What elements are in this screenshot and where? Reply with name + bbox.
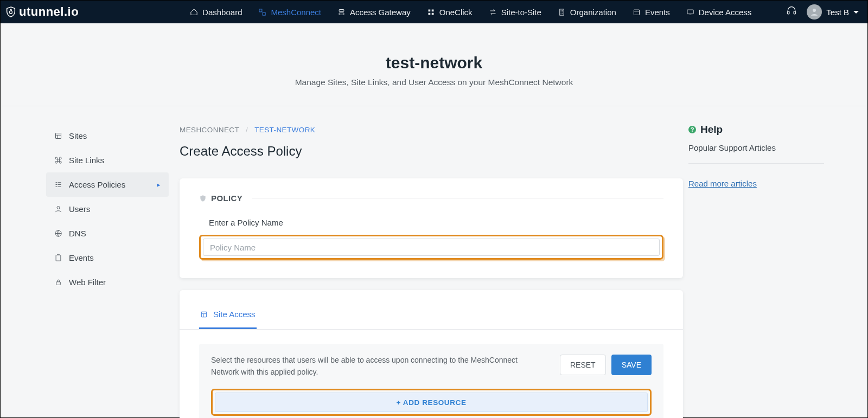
building-icon [558, 8, 566, 16]
nav-dashboard[interactable]: Dashboard [182, 1, 250, 23]
nav-events[interactable]: Events [624, 1, 678, 23]
nav-organization-label: Organization [570, 8, 616, 17]
policy-heading: POLICY [211, 194, 242, 203]
main-content: MESHCONNECT / TEST-NETWORK Create Access… [180, 124, 688, 418]
save-button[interactable]: SAVE [611, 355, 652, 375]
svg-point-14 [813, 9, 816, 12]
svg-rect-7 [428, 12, 430, 15]
help-heading: Help [700, 124, 723, 136]
add-resource-button[interactable]: + ADD RESOURCE [215, 393, 648, 412]
sidebar-item-label: Access Policies [69, 180, 125, 189]
nav-organization[interactable]: Organization [550, 1, 624, 23]
nav-device-access[interactable]: Device Access [678, 1, 760, 23]
add-resource-row: + ADD RESOURCE [211, 389, 652, 416]
tab-site-access-label: Site Access [213, 310, 256, 319]
grid-icon [427, 8, 435, 16]
policy-card: POLICY Enter a Policy Name [180, 178, 683, 278]
breadcrumb-current[interactable]: TEST-NETWORK [254, 126, 315, 134]
nav-right: Test B [786, 4, 859, 20]
svg-rect-3 [339, 9, 344, 11]
svg-point-16 [57, 207, 60, 209]
mesh-icon [258, 8, 266, 16]
chevron-down-icon [853, 11, 859, 16]
svg-rect-11 [687, 10, 693, 14]
user-icon [54, 205, 62, 213]
user-menu[interactable]: Test B [807, 4, 859, 20]
svg-rect-4 [339, 12, 344, 15]
calendar-icon [633, 8, 641, 16]
sidebar-item-users[interactable]: Users [46, 197, 169, 221]
policy-name-highlight [199, 235, 663, 260]
sidebar-item-events[interactable]: Events [46, 246, 169, 270]
svg-rect-15 [56, 133, 61, 139]
nav-center: Dashboard MeshConnect Access Gateway One… [182, 1, 760, 23]
resource-help-text: Select the resources that users will be … [211, 355, 547, 378]
sidebar-item-access-policies[interactable]: Access Policies ▸ [46, 172, 169, 197]
help-read-more-link[interactable]: Read more articles [688, 179, 824, 188]
svg-rect-18 [56, 255, 61, 261]
sidebar-item-label: DNS [69, 229, 86, 238]
layout-icon [54, 132, 62, 140]
nav-oneclick-label: OneClick [439, 8, 473, 17]
nav-meshconnect-label: MeshConnect [271, 8, 321, 17]
chevron-right-icon: ▸ [157, 181, 161, 189]
shield-lock-icon [5, 6, 17, 18]
nav-dashboard-label: Dashboard [202, 8, 242, 17]
sidebar-item-label: Sites [69, 131, 87, 140]
layout-icon [200, 311, 208, 318]
clipboard-icon [54, 254, 62, 262]
svg-rect-1 [259, 9, 262, 11]
sidebar-item-dns[interactable]: DNS [46, 221, 169, 246]
svg-rect-5 [428, 9, 430, 11]
shield-icon [199, 195, 207, 202]
sidebar-item-web-filter[interactable]: Web Filter [46, 270, 169, 294]
sidebar: Sites Site Links Access Policies ▸ Users… [1, 124, 180, 418]
nav-device-access-label: Device Access [699, 8, 752, 17]
sidebar-item-label: Site Links [69, 156, 104, 165]
help-heading-row: ? Help [688, 124, 824, 136]
nav-site-to-site[interactable]: Site-to-Site [481, 1, 550, 23]
svg-rect-2 [263, 12, 266, 15]
globe-icon [54, 229, 62, 237]
svg-rect-9 [560, 9, 564, 15]
support-icon[interactable] [786, 5, 797, 18]
breadcrumb-root[interactable]: MESHCONNECT [180, 126, 239, 134]
policy-heading-row: POLICY [199, 194, 663, 203]
help-subtitle: Popular Support Articles [688, 143, 824, 164]
resource-panel: Select the resources that users will be … [199, 344, 663, 418]
sidebar-item-site-links[interactable]: Site Links [46, 148, 169, 172]
list-icon [54, 181, 62, 189]
svg-rect-10 [634, 10, 639, 15]
svg-rect-8 [432, 12, 434, 15]
nav-meshconnect[interactable]: MeshConnect [250, 1, 329, 23]
sidebar-item-label: Users [69, 204, 90, 214]
divider [252, 198, 663, 198]
brand-logo[interactable]: utunnel.io [5, 5, 79, 19]
page-title: test-network [2, 54, 866, 72]
nav-events-label: Events [645, 8, 670, 17]
breadcrumb-sep: / [246, 126, 248, 134]
lock-icon [54, 278, 62, 286]
server-icon [337, 8, 346, 16]
add-resource-highlight: + ADD RESOURCE [211, 389, 652, 416]
nav-oneclick[interactable]: OneClick [419, 1, 481, 23]
sidebar-item-label: Web Filter [69, 278, 106, 287]
site-access-card: Site Access Select the resources that us… [180, 290, 683, 418]
svg-rect-12 [788, 11, 789, 14]
reset-button[interactable]: RESET [560, 355, 606, 375]
sidebar-item-sites[interactable]: Sites [46, 124, 169, 148]
monitor-icon [686, 8, 694, 16]
top-nav: utunnel.io Dashboard MeshConnect Access … [1, 1, 867, 23]
swap-icon [489, 8, 497, 16]
help-icon: ? [688, 126, 696, 133]
svg-rect-0 [10, 11, 12, 14]
svg-rect-13 [794, 11, 795, 14]
page-header: test-network Manage Sites, Site Links, a… [2, 23, 866, 106]
sidebar-item-label: Events [69, 253, 94, 262]
tabs: Site Access [180, 305, 683, 330]
home-icon [190, 8, 198, 16]
policy-name-input[interactable] [203, 239, 660, 256]
help-panel: ? Help Popular Support Articles Read mor… [688, 124, 867, 418]
tab-site-access[interactable]: Site Access [199, 305, 257, 329]
nav-access-gateway[interactable]: Access Gateway [329, 1, 419, 23]
